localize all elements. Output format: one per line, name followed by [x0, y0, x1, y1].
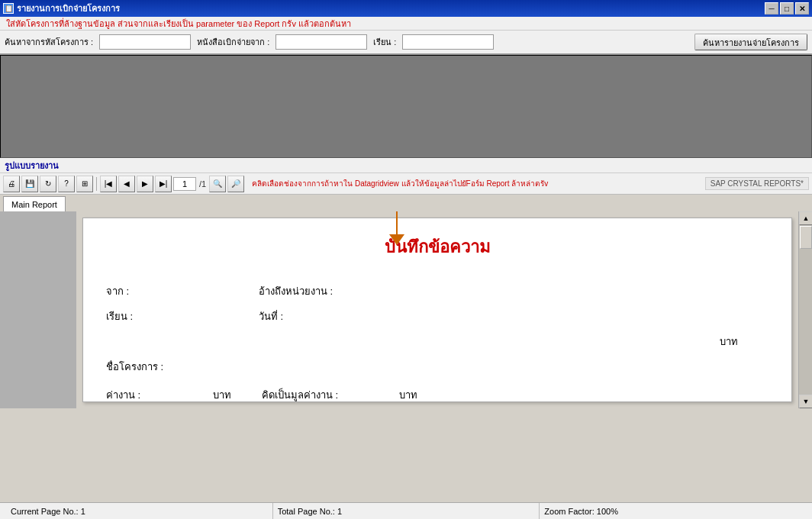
print-icon: 🖨 [8, 179, 15, 188]
status-current-page: Current Page No.: 1 [6, 503, 273, 519]
save-icon: 💾 [25, 179, 34, 188]
nav-next-icon: ▶ [142, 179, 148, 188]
search-tool-icon: 🔍 [213, 179, 222, 188]
report-taxcalc-baht: บาท [399, 387, 417, 402]
toolbar-hint: คลิดเลือดช่องจากการถ้าหาใน Datagridview … [252, 178, 704, 189]
scrollbar: ▲ ▼ [798, 211, 812, 408]
report-amount-row: บาท [106, 334, 768, 350]
refresh-icon: ↻ [45, 179, 51, 188]
help-icon: ? [64, 179, 69, 188]
nav-last-button[interactable]: ▶| [155, 176, 172, 192]
maximize-button[interactable]: □ [780, 2, 794, 15]
scroll-down-button[interactable]: ▼ [799, 395, 812, 408]
app-icon: 📋 [3, 3, 14, 14]
nav-first-icon: |◀ [105, 179, 113, 188]
scroll-track [799, 225, 812, 395]
arrow-head [389, 234, 404, 245]
search-button[interactable]: ค้นหารายงานจ่ายโครงการ [694, 34, 807, 50]
scroll-up-button[interactable]: ▲ [799, 211, 812, 225]
zoom-button[interactable]: 🔎 [227, 176, 244, 192]
search-project-label: ค้นหาจากรหัสโครงการ : [5, 35, 93, 49]
title-bar: 📋 รายงานการเบิกจ่ายโครงการ ─ □ ✕ [0, 0, 812, 17]
search-to-label: เรียน : [373, 35, 396, 49]
search-book-label: หนังสือเบิกจ่ายจาก : [197, 35, 269, 49]
page-total: /1 [198, 179, 208, 189]
report-to-label: อ้างถึงหน่วยงาน : [259, 283, 350, 299]
refresh-button[interactable]: ↻ [40, 176, 56, 192]
report-amount-label: บาท [720, 334, 738, 350]
save-button[interactable]: 💾 [21, 176, 38, 192]
search-panel: ค้นหาจากรหัสโครงการ : หนังสือเบิกจ่ายจาก… [0, 31, 812, 55]
report-taxcalc-label: คิดเป็นมูลค่างาน : [262, 387, 353, 402]
report-from-label: จาก : [106, 283, 198, 299]
nav-prev-icon: ◀ [124, 179, 130, 188]
nav-last-icon: ▶| [160, 179, 168, 188]
report-toolbar: 🖨 💾 ↻ ? ⊞ |◀ ◀ ▶ ▶| /1 🔍 🔎 คลิดเลือดช่อง… [0, 173, 812, 195]
report-viewer: บันทึกข้อความ จาก : อ้างถึงหน่วยงาน : เร… [0, 211, 812, 408]
section-label: รูปแบบรายงาน [0, 158, 812, 173]
report-from-row: จาก : อ้างถึงหน่วยงาน : [106, 283, 768, 299]
status-total-page: Total Page No.: 1 [273, 503, 540, 519]
close-button[interactable]: ✕ [795, 2, 809, 15]
status-zoom: Zoom Factor: 100% [540, 503, 806, 519]
title-bar-label: รายงานการเบิกจ่ายโครงการ [17, 2, 120, 15]
report-title: บันทึกข้อความ [106, 234, 768, 260]
page-number-input[interactable] [173, 177, 196, 191]
notification-bar: ใส่หัดโครงการที่ล้างฐานข้อมูล ส่วนจากและ… [0, 17, 812, 31]
tab-main-report-label: Main Report [11, 200, 57, 209]
sap-label: SAP CRYSTAL REPORTS* [705, 177, 809, 190]
help-button[interactable]: ? [58, 176, 75, 192]
minimize-button[interactable]: ─ [765, 2, 778, 15]
report-project-label: ชื่อโครงการ : [106, 361, 163, 372]
report-wage-baht: บาท [213, 387, 231, 402]
tree-icon: ⊞ [82, 179, 88, 188]
report-date-label: วันที่ : [259, 308, 350, 324]
toolbar-sep-1 [96, 177, 97, 191]
report-attention-label: เรียน : [106, 308, 198, 324]
arrow-annotation [389, 211, 404, 245]
notification-text: ใส่หัดโครงการที่ล้างฐานข้อมูล ส่วนจากและ… [6, 17, 351, 31]
arrow-line [396, 211, 398, 234]
nav-prev-button[interactable]: ◀ [118, 176, 135, 192]
search-to-input[interactable] [402, 34, 494, 50]
nav-next-button[interactable]: ▶ [137, 176, 153, 192]
section-label-text: รูปแบบรายงาน [5, 159, 59, 172]
status-bar: Current Page No.: 1 Total Page No.: 1 Zo… [0, 502, 812, 519]
search-tool-button[interactable]: 🔍 [209, 176, 226, 192]
datagrid-area [0, 55, 812, 158]
report-project-row: ชื่อโครงการ : [106, 359, 768, 375]
zoom-icon: 🔎 [231, 179, 240, 188]
search-book-input[interactable] [276, 34, 367, 50]
report-tabs: Main Report [0, 195, 812, 211]
tab-main-report[interactable]: Main Report [3, 196, 66, 211]
report-page: บันทึกข้อความ จาก : อ้างถึงหน่วยงาน : เร… [82, 218, 792, 402]
report-wage-row: ค่างาน : บาท คิดเป็นมูลค่างาน : บาท [106, 387, 768, 402]
print-button[interactable]: 🖨 [3, 176, 20, 192]
title-bar-content: 📋 รายงานการเบิกจ่ายโครงการ [3, 2, 120, 15]
report-attention-row: เรียน : วันที่ : [106, 308, 768, 324]
scroll-thumb[interactable] [800, 226, 812, 249]
nav-first-button[interactable]: |◀ [100, 176, 117, 192]
report-wage-label: ค่างาน : [106, 387, 198, 402]
window-controls: ─ □ ✕ [765, 2, 809, 15]
search-project-input[interactable] [99, 34, 191, 50]
report-sidebar [0, 211, 76, 408]
tree-button[interactable]: ⊞ [76, 176, 93, 192]
